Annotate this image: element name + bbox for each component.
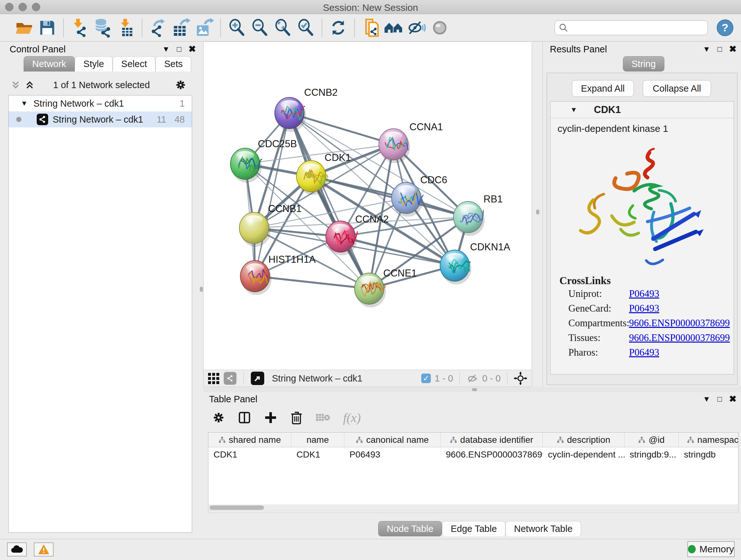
- separator: [507, 372, 508, 385]
- collapse-triangle-icon[interactable]: ▼: [570, 106, 577, 114]
- table-toolbar: f(x): [212, 408, 361, 428]
- crosslink-value[interactable]: P06493: [629, 347, 659, 358]
- selected-checkbox-icon[interactable]: ✓: [421, 374, 431, 383]
- results-panel-title: Results Panel: [550, 44, 607, 55]
- horizontal-scrollbar[interactable]: [208, 504, 738, 511]
- import-table-icon: [116, 18, 135, 37]
- birdseye-home-button[interactable]: [382, 16, 405, 39]
- column-header--id[interactable]: @id: [624, 433, 679, 447]
- zoom-out-button[interactable]: [248, 16, 271, 39]
- edge-CCNB2-HIST1H1A[interactable]: [255, 113, 289, 276]
- scrollbar-thumb[interactable]: [210, 505, 264, 510]
- crosslink-value[interactable]: P06493: [629, 303, 659, 314]
- node-HIST1H1A[interactable]: [240, 260, 270, 292]
- warnings-button[interactable]: [34, 543, 54, 557]
- tab-network[interactable]: Network: [23, 56, 75, 71]
- import-table-file-button[interactable]: [114, 16, 137, 39]
- panel-float-icon[interactable]: □: [177, 45, 182, 53]
- panel-menu-icon[interactable]: ▼: [703, 395, 711, 403]
- tab-select[interactable]: Select: [113, 56, 156, 71]
- node-CCNB1[interactable]: [239, 212, 269, 244]
- expand-all-button[interactable]: Expand All: [572, 80, 634, 97]
- table-cell[interactable]: P06493: [344, 447, 441, 462]
- table-gear-icon[interactable]: [212, 411, 225, 424]
- hidden-eye-icon[interactable]: [466, 372, 478, 384]
- refresh-button[interactable]: [327, 16, 350, 39]
- hidden-count: 0 - 0: [482, 373, 501, 384]
- grid-view-icon[interactable]: [208, 373, 219, 384]
- panel-menu-icon[interactable]: ▼: [703, 45, 711, 53]
- crosslink-label: GeneCard:: [568, 303, 611, 314]
- pan-crosshair-icon[interactable]: [514, 372, 527, 385]
- birdseye-toggle-icon[interactable]: [251, 372, 264, 385]
- table-cell[interactable]: CDK1: [208, 447, 291, 462]
- table-cell[interactable]: CDK1: [291, 447, 344, 462]
- open-session-button[interactable]: [13, 16, 36, 39]
- collapse-triangle-icon[interactable]: ▼: [21, 99, 28, 108]
- tab-node-table[interactable]: Node Table: [378, 521, 442, 537]
- network-row-selected[interactable]: String Network – cdk1 11 48: [9, 111, 192, 127]
- import-network-database-button[interactable]: [91, 16, 114, 39]
- export-image-button[interactable]: [193, 16, 216, 39]
- save-session-button[interactable]: [36, 16, 59, 39]
- help-button[interactable]: ?: [717, 19, 733, 36]
- gene-section-header[interactable]: ▼ CDK1: [550, 102, 734, 118]
- tab-style[interactable]: Style: [75, 56, 112, 71]
- delete-column-icon[interactable]: [290, 411, 303, 425]
- column-header-description[interactable]: description: [543, 433, 624, 447]
- table-cell[interactable]: 9606.ENSP00000378699: [441, 447, 543, 462]
- panel-float-icon[interactable]: □: [718, 45, 722, 53]
- column-header-name[interactable]: name: [291, 433, 344, 447]
- tab-network-table[interactable]: Network Table: [506, 521, 581, 537]
- collapse-all-button[interactable]: Collapse All: [643, 80, 711, 97]
- cloud-button[interactable]: [7, 543, 27, 557]
- zoom-fit-button[interactable]: [271, 16, 294, 39]
- column-header-shared-name[interactable]: shared name: [208, 433, 291, 447]
- column-header-database-identifier[interactable]: database identifier: [441, 433, 543, 447]
- node-CCNB2[interactable]: [275, 98, 305, 129]
- import-network-file-button[interactable]: [68, 16, 91, 39]
- show-hide-details-button[interactable]: [405, 16, 428, 39]
- crosslink-value[interactable]: P06493: [629, 288, 659, 300]
- table-cell[interactable]: stringdb:9...: [624, 447, 679, 462]
- zoom-in-button[interactable]: [225, 16, 248, 39]
- column-header-canonical-name[interactable]: canonical name: [344, 433, 441, 447]
- zoom-selected-button[interactable]: [294, 16, 317, 39]
- node-CCNA1[interactable]: [379, 129, 408, 160]
- network-collection-row[interactable]: ▼ String Network – cdk1 1: [9, 96, 192, 111]
- export-table-button[interactable]: [170, 16, 193, 39]
- table-cell[interactable]: cyclin-dependent ...: [543, 447, 624, 462]
- network-view-toolbar: String Network – cdk1 ✓ 1 - 0 0 - 0: [203, 370, 532, 387]
- panel-close-icon[interactable]: ✖: [729, 395, 737, 403]
- network-canvas[interactable]: CCNB2CCNA1CDC25BCDK1CDC6RB1CCNB1CCNA2CDK…: [203, 42, 532, 370]
- panel-close-icon[interactable]: ✖: [729, 45, 737, 54]
- inactive-eye-button[interactable]: [428, 16, 451, 39]
- node-RB1[interactable]: [454, 201, 483, 233]
- duplicate-network-button[interactable]: [359, 16, 382, 39]
- panel-resize-handle[interactable]: [536, 209, 539, 214]
- tab-sets[interactable]: Sets: [155, 56, 191, 71]
- crosslink-value[interactable]: 9606.ENSP00000378699: [629, 317, 730, 329]
- crosslink-value[interactable]: 9606.ENSP00000378699: [629, 332, 730, 344]
- crosslink-row: Uniprot:P06493: [550, 288, 734, 303]
- add-column-icon[interactable]: [264, 411, 277, 424]
- column-header-namespace[interactable]: namespace: [679, 433, 738, 447]
- export-network-button[interactable]: [147, 16, 170, 39]
- horizontal-splitter[interactable]: [203, 387, 741, 392]
- view-network-title: String Network – cdk1: [272, 373, 362, 384]
- panel-close-icon[interactable]: ✖: [189, 45, 196, 54]
- panel-resize-handle[interactable]: [200, 287, 203, 292]
- search-input[interactable]: [555, 20, 708, 35]
- panel-float-icon[interactable]: □: [718, 395, 722, 403]
- show-columns-icon[interactable]: [238, 411, 251, 424]
- tab-edge-table[interactable]: Edge Table: [442, 521, 506, 537]
- network-overview-share-icon[interactable]: [224, 372, 237, 385]
- houses-icon: [384, 18, 404, 38]
- gear-icon[interactable]: [175, 79, 186, 91]
- panel-menu-icon[interactable]: ▼: [162, 45, 170, 53]
- tab-string[interactable]: String: [623, 56, 664, 71]
- table-cell[interactable]: stringdb: [679, 447, 738, 462]
- memory-button[interactable]: Memory: [687, 541, 735, 557]
- splitter-handle[interactable]: [472, 388, 477, 391]
- edge-HIST1H1A-CCNE1[interactable]: [255, 276, 369, 289]
